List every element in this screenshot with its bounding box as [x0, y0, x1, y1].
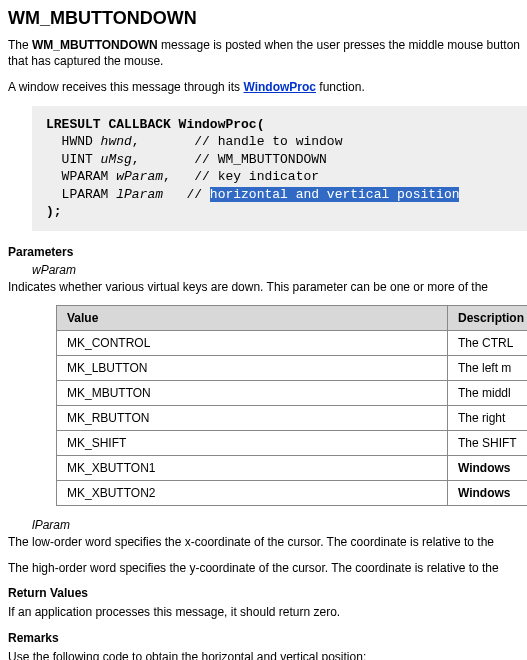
th-value: Value — [57, 306, 448, 331]
intro-paragraph-2: A window receives this message through i… — [8, 79, 527, 95]
cell-value: MK_LBUTTON — [57, 356, 448, 381]
code-l2-param: hwnd — [101, 134, 132, 149]
table-row: MK_SHIFTThe SHIFT — [57, 431, 528, 456]
section-parameters: Parameters — [8, 245, 527, 259]
code-l5-param: lParam — [116, 187, 163, 202]
windowproc-link[interactable]: WindowProc — [243, 80, 316, 94]
table-header-row: Value Description — [57, 306, 528, 331]
cell-value: MK_MBUTTON — [57, 381, 448, 406]
param-wparam-name: wParam — [32, 263, 527, 277]
th-description: Description — [447, 306, 527, 331]
param-lparam-name: lParam — [32, 518, 527, 532]
table-row: MK_MBUTTONThe middl — [57, 381, 528, 406]
code-l4-param: wParam — [116, 169, 163, 184]
return-text: If an application processes this message… — [8, 604, 527, 620]
cell-value: MK_RBUTTON — [57, 406, 448, 431]
table-row: MK_XBUTTON2Windows — [57, 481, 528, 506]
table-row: MK_LBUTTONThe left m — [57, 356, 528, 381]
cell-value: MK_SHIFT — [57, 431, 448, 456]
code-l1: LRESULT CALLBACK WindowProc( — [46, 117, 264, 132]
cell-desc: The left m — [447, 356, 527, 381]
table-row: MK_XBUTTON1Windows — [57, 456, 528, 481]
code-l2a: HWND — [46, 134, 101, 149]
code-l2c: , // handle to window — [132, 134, 343, 149]
code-l6: ); — [46, 204, 62, 219]
param-wparam-desc: Indicates whether various virtual keys a… — [8, 279, 527, 295]
cell-desc: Windows — [447, 481, 527, 506]
cell-value: MK_CONTROL — [57, 331, 448, 356]
cell-desc: The middl — [447, 381, 527, 406]
values-table: Value Description MK_CONTROLThe CTRL MK_… — [56, 305, 527, 506]
code-l4c: , // key indicator — [163, 169, 319, 184]
code-l5-highlight: horizontal and vertical position — [210, 187, 460, 202]
intro-paragraph-1: The WM_MBUTTONDOWN message is posted whe… — [8, 37, 527, 69]
page-title: WM_MBUTTONDOWN — [8, 8, 527, 29]
code-l5c: // — [163, 187, 210, 202]
param-lparam-desc1: The low-order word specifies the x-coord… — [8, 534, 527, 550]
section-remarks: Remarks — [8, 631, 527, 645]
table-row: MK_CONTROLThe CTRL — [57, 331, 528, 356]
intro2-text-a: A window receives this message through i… — [8, 80, 243, 94]
code-l3-param: uMsg — [101, 152, 132, 167]
cell-desc: Windows — [447, 456, 527, 481]
cell-desc: The right — [447, 406, 527, 431]
intro1-text-a: The — [8, 38, 32, 52]
intro2-text-b: function. — [316, 80, 365, 94]
code-l3c: , // WM_MBUTTONDOWN — [132, 152, 327, 167]
intro1-msgname: WM_MBUTTONDOWN — [32, 38, 158, 52]
code-l4a: WPARAM — [46, 169, 116, 184]
code-l3a: UINT — [46, 152, 101, 167]
cell-desc: The SHIFT — [447, 431, 527, 456]
cell-value: MK_XBUTTON1 — [57, 456, 448, 481]
cell-value: MK_XBUTTON2 — [57, 481, 448, 506]
remarks-text: Use the following code to obtain the hor… — [8, 649, 527, 660]
code-l5a: LPARAM — [46, 187, 116, 202]
table-row: MK_RBUTTONThe right — [57, 406, 528, 431]
cell-desc: The CTRL — [447, 331, 527, 356]
section-return-values: Return Values — [8, 586, 527, 600]
syntax-code-block: LRESULT CALLBACK WindowProc( HWND hwnd, … — [32, 106, 527, 231]
param-lparam-desc2: The high-order word specifies the y-coor… — [8, 560, 527, 576]
